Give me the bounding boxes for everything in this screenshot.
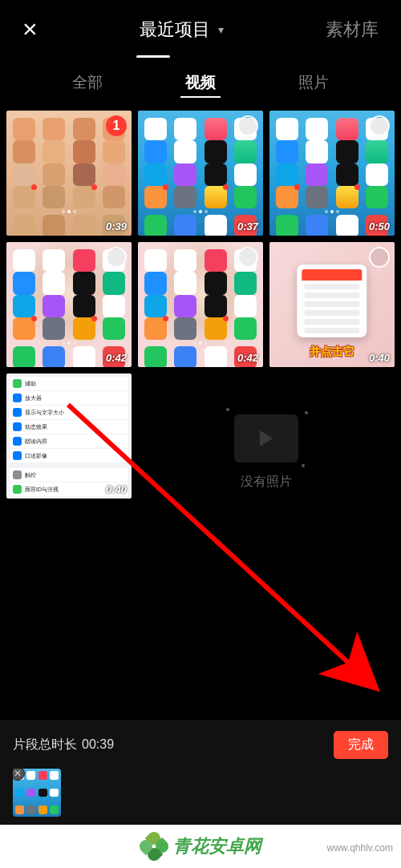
- tab-photo[interactable]: 照片: [294, 69, 334, 98]
- empty-text: 没有照片: [241, 474, 292, 491]
- close-button[interactable]: ×: [22, 14, 38, 44]
- duration-label: 0:40: [369, 352, 390, 364]
- duration-label: 0:39: [106, 220, 127, 232]
- selected-clip[interactable]: ✕: [13, 769, 61, 817]
- video-thumb[interactable]: 1 0:39: [6, 111, 132, 236]
- watermark-logo-icon: [140, 832, 168, 861]
- duration-label: 0:40: [106, 483, 127, 495]
- select-circle[interactable]: [106, 247, 127, 268]
- duration-label: 0:50: [369, 220, 390, 232]
- empty-video-icon: [234, 414, 298, 462]
- library-tab[interactable]: 素材库: [326, 18, 379, 42]
- selection-badge: 1: [106, 115, 127, 136]
- select-circle[interactable]: [369, 247, 390, 268]
- done-button[interactable]: 完成: [334, 731, 388, 759]
- tab-video[interactable]: 视频: [180, 69, 221, 98]
- video-thumb[interactable]: 0:50: [269, 111, 395, 236]
- empty-state: 没有照片: [138, 373, 395, 499]
- video-thumb[interactable]: 0:42: [138, 242, 263, 367]
- duration-label: 0:42: [106, 352, 127, 364]
- video-thumb[interactable]: 0:37: [138, 111, 263, 236]
- video-thumb[interactable]: 0:42: [6, 242, 132, 367]
- duration-label: 0:42: [237, 352, 258, 364]
- video-thumb[interactable]: 并点击它 0:40: [269, 242, 395, 367]
- video-thumb[interactable]: 辅助 放大器 显示与文字大小 动态效果 朗读内容 口述影像 触控 面容ID与注视…: [6, 373, 132, 499]
- select-circle[interactable]: [237, 115, 258, 136]
- watermark-text: 青花安卓网: [173, 834, 261, 858]
- total-duration: 片段总时长00:39: [13, 737, 114, 753]
- duration-label: 0:37: [237, 220, 258, 232]
- select-circle[interactable]: [369, 115, 390, 136]
- dropdown-label: 最近项目: [140, 18, 210, 42]
- watermark: 青花安卓网 www.qhhlv.com: [0, 825, 401, 868]
- album-dropdown[interactable]: 最近项目 ▾: [140, 18, 224, 42]
- chevron-down-icon: ▾: [218, 23, 224, 36]
- tab-all[interactable]: 全部: [67, 69, 107, 98]
- watermark-url: www.qhhlv.com: [327, 842, 393, 854]
- select-circle[interactable]: [237, 247, 258, 268]
